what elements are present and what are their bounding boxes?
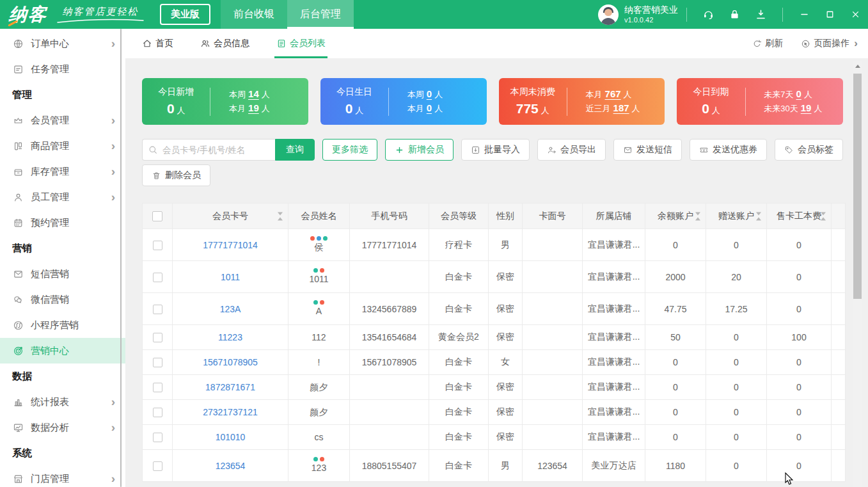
member-card-link[interactable]: 11223 xyxy=(218,332,242,342)
toolbar-button[interactable]: 会员导出 xyxy=(537,139,606,161)
download-button[interactable] xyxy=(748,0,774,29)
stat-subvalue[interactable]: 0 xyxy=(427,102,432,113)
toolbar-button[interactable]: 会员标签 xyxy=(775,139,843,161)
sort-icon[interactable] xyxy=(756,212,761,220)
row-checkbox[interactable] xyxy=(153,408,162,417)
sidebar-item[interactable]: 统计报表› xyxy=(0,389,125,415)
member-card-link[interactable]: 123654 xyxy=(216,461,246,471)
search-input[interactable] xyxy=(142,139,275,161)
stat-subvalue[interactable]: 187 xyxy=(613,102,629,113)
page-tab[interactable]: 首页 xyxy=(142,29,173,58)
table-row[interactable]: 123AA13245667889白金卡保密宜昌谦谦君...47.7517.250 xyxy=(143,293,846,325)
column-header[interactable]: 性别 xyxy=(489,204,523,229)
sidebar-item[interactable]: 会员管理› xyxy=(0,108,125,133)
column-header[interactable]: 赠送账户 xyxy=(706,204,767,229)
page-ops-button[interactable]: 页面操作 › xyxy=(801,37,858,50)
titlebar-tab-0[interactable]: 前台收银 xyxy=(221,0,287,29)
column-header[interactable]: 会员等级 xyxy=(429,204,489,229)
sort-icon[interactable] xyxy=(695,212,700,220)
delete-member-button[interactable]: 删除会员 xyxy=(142,164,210,186)
row-checkbox[interactable] xyxy=(153,433,162,442)
edition-badge[interactable]: 美业版 xyxy=(160,4,210,25)
sidebar-item[interactable]: 员工管理› xyxy=(0,184,125,210)
close-button[interactable] xyxy=(842,0,868,29)
sidebar-item[interactable]: 小程序营销 xyxy=(0,312,125,338)
member-card-link[interactable]: 101010 xyxy=(216,432,246,442)
scrollbar-up-arrow[interactable] xyxy=(853,61,862,71)
refresh-button[interactable]: 刷新 xyxy=(752,38,783,49)
sort-icon[interactable] xyxy=(821,212,826,220)
app-version: v1.0.0.42 xyxy=(624,16,678,24)
member-card-link[interactable]: 17771771014 xyxy=(203,240,258,250)
sidebar-item[interactable]: 门店管理› xyxy=(0,466,125,487)
table-row[interactable]: 12365412318805155407白金卡男123654美业万达店11800… xyxy=(143,450,846,482)
toolbar-button[interactable]: 发送优惠券 xyxy=(690,139,767,161)
row-checkbox[interactable] xyxy=(153,358,162,367)
row-checkbox[interactable] xyxy=(153,461,162,471)
sidebar-item[interactable]: 营销中心 xyxy=(0,338,125,363)
toolbar-button[interactable]: 批量导入 xyxy=(461,139,530,161)
column-header[interactable]: 卡面号 xyxy=(523,204,583,229)
row-checkbox[interactable] xyxy=(153,241,162,250)
maximize-button[interactable] xyxy=(817,0,842,29)
page-scrollbar[interactable] xyxy=(853,61,862,487)
minimize-button[interactable] xyxy=(791,0,817,29)
tag-dot xyxy=(313,268,318,273)
stat-subvalue[interactable]: 767 xyxy=(605,88,621,99)
tag-dot xyxy=(313,300,318,305)
member-card-link[interactable]: 1011 xyxy=(221,272,240,282)
table-row[interactable]: 101010cs白金卡保密宜昌谦谦君...000 xyxy=(143,425,846,450)
stat-subvalue[interactable]: 19 xyxy=(801,102,812,113)
column-header[interactable]: 会员卡号 xyxy=(173,204,288,229)
page-tab[interactable]: 会员信息 xyxy=(200,29,249,58)
sidebar-item[interactable]: 任务管理 xyxy=(0,56,125,82)
sidebar-item[interactable]: 库存管理› xyxy=(0,159,125,184)
column-header[interactable]: 会员姓名 xyxy=(288,204,350,229)
member-card-link[interactable]: 15671078905 xyxy=(203,357,258,367)
column-header[interactable]: 售卡工本费 xyxy=(767,204,832,229)
toolbar-button[interactable]: 更多筛选 xyxy=(322,139,377,161)
support-button[interactable] xyxy=(695,0,722,29)
column-header[interactable]: 手机号码 xyxy=(350,204,429,229)
row-checkbox[interactable] xyxy=(153,333,162,342)
table-row[interactable]: 10111011白金卡保密宜昌谦谦君...2000200 xyxy=(143,261,846,293)
titlebar-tab-active[interactable]: 后台管理 xyxy=(287,0,354,29)
scrollbar-thumb[interactable] xyxy=(853,74,862,299)
row-checkbox[interactable] xyxy=(153,273,162,282)
analysis-icon xyxy=(13,422,24,433)
stat-subvalue[interactable]: 0 xyxy=(427,88,432,99)
search-button[interactable]: 查询 xyxy=(275,139,315,161)
table-row[interactable]: 15671078905!15671078905白金卡女宜昌谦谦君...000 xyxy=(143,350,846,375)
sidebar-item[interactable]: 订单中心› xyxy=(0,31,125,56)
stat-subvalue[interactable]: 14 xyxy=(248,88,259,99)
member-card-link[interactable]: 123A xyxy=(220,304,241,314)
table-row[interactable]: 1122311213541654684黄金会员2保密宜昌谦谦君...500100 xyxy=(143,325,846,350)
sort-icon[interactable] xyxy=(278,212,283,220)
sidebar-section-label: 管理 xyxy=(0,82,125,108)
sidebar-item[interactable]: 商品管理› xyxy=(0,133,125,159)
stat-subvalue[interactable]: 0 xyxy=(796,88,801,99)
sidebar-item[interactable]: 微信营销 xyxy=(0,287,125,312)
table-row[interactable]: 1872871671颜夕白金卡保密宜昌谦谦君...000 xyxy=(143,375,846,400)
lock-button[interactable] xyxy=(722,0,748,29)
column-header[interactable]: 所属店铺 xyxy=(583,204,645,229)
toolbar-button[interactable]: 发送短信 xyxy=(613,139,682,161)
row-checkbox[interactable] xyxy=(153,305,162,314)
account-info[interactable]: 纳客营销美业 v1.0.0.42 xyxy=(598,0,678,29)
cell-member-name: 112 xyxy=(288,331,349,343)
sidebar-scrollbar[interactable] xyxy=(120,29,122,487)
table-row[interactable]: 27321737121颜夕白金卡保密宜昌谦谦君...000 xyxy=(143,400,846,425)
select-all-checkbox[interactable] xyxy=(152,211,162,221)
row-checkbox[interactable] xyxy=(153,383,162,392)
sidebar-item[interactable]: 预约管理 xyxy=(0,210,125,236)
member-card-link[interactable]: 1872871671 xyxy=(205,382,255,392)
toolbar-button[interactable]: 新增会员 xyxy=(385,139,454,161)
column-header[interactable]: 余额账户 xyxy=(645,204,706,229)
sidebar-item[interactable]: 数据分析› xyxy=(0,415,125,440)
table-row[interactable]: 17771771014侯17771771014疗程卡男宜昌谦谦君...000 xyxy=(143,229,846,261)
stat-subvalue[interactable]: 19 xyxy=(248,102,259,113)
page-tab[interactable]: 会员列表 xyxy=(276,29,326,58)
member-card-link[interactable]: 27321737121 xyxy=(203,407,258,417)
cell-member-level: 白金卡 xyxy=(445,431,472,442)
sidebar-item[interactable]: 短信营销 xyxy=(0,261,125,287)
